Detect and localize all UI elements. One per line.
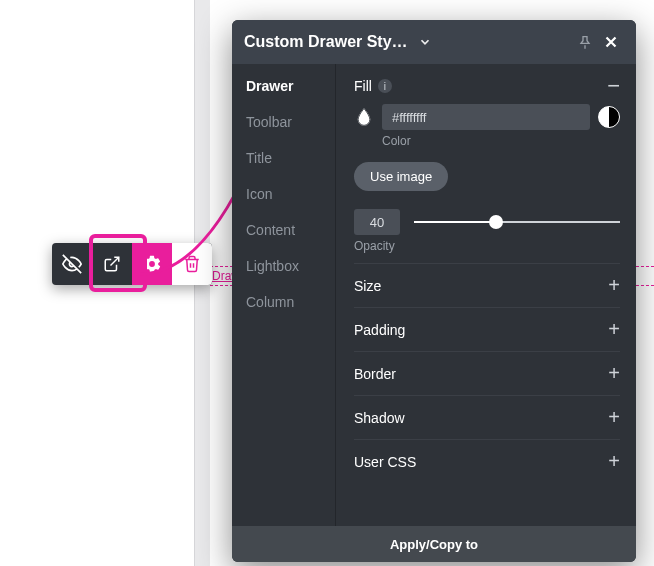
panel-main: Fill i − Color Use image Opaci [336, 64, 636, 526]
plus-icon: + [608, 318, 620, 341]
close-icon [602, 33, 620, 51]
chevron-down-icon [418, 35, 432, 49]
accordion-border[interactable]: Border+ [354, 351, 620, 395]
accordion-label: Shadow [354, 410, 405, 426]
sidebar-item-column[interactable]: Column [232, 294, 335, 310]
sidebar-item-drawer[interactable]: Drawer [232, 78, 335, 94]
accordion-label: Padding [354, 322, 405, 338]
close-button[interactable] [598, 29, 624, 55]
settings-button[interactable] [132, 243, 172, 285]
panel-title-dropdown[interactable] [418, 35, 432, 49]
droplet-icon [354, 106, 374, 128]
open-external-button[interactable] [92, 243, 132, 285]
sidebar-item-content[interactable]: Content [232, 222, 335, 238]
plus-icon: + [608, 450, 620, 473]
accordion-size[interactable]: Size+ [354, 263, 620, 307]
accordion-shadow[interactable]: Shadow+ [354, 395, 620, 439]
accordion-user-css[interactable]: User CSS+ [354, 439, 620, 483]
plus-icon: + [608, 362, 620, 385]
pin-button[interactable] [572, 29, 598, 55]
opacity-slider[interactable] [414, 213, 620, 231]
sidebar-item-toolbar[interactable]: Toolbar [232, 114, 335, 130]
sidebar-item-title[interactable]: Title [232, 150, 335, 166]
plus-icon: + [608, 274, 620, 297]
fill-color-input[interactable] [382, 104, 590, 130]
sidebar-item-icon[interactable]: Icon [232, 186, 335, 202]
use-image-button[interactable]: Use image [354, 162, 448, 191]
contrast-button[interactable] [598, 106, 620, 128]
info-icon[interactable]: i [378, 79, 392, 93]
accordion-label: Size [354, 278, 381, 294]
pin-icon [577, 34, 593, 50]
style-panel: Custom Drawer Sty… DrawerToolbarTitleIco… [232, 20, 636, 562]
opacity-input[interactable] [354, 209, 400, 235]
accordion-label: User CSS [354, 454, 416, 470]
sidebar-item-lightbox[interactable]: Lightbox [232, 258, 335, 274]
fill-color-label: Color [382, 134, 620, 148]
eye-off-icon [62, 254, 82, 274]
element-toolbar [52, 243, 212, 285]
accordion-label: Border [354, 366, 396, 382]
panel-header: Custom Drawer Sty… [232, 20, 636, 64]
plus-icon: + [608, 406, 620, 429]
opacity-label: Opacity [354, 239, 620, 253]
accordion-padding[interactable]: Padding+ [354, 307, 620, 351]
gear-icon [142, 254, 162, 274]
panel-sidebar: DrawerToolbarTitleIconContentLightboxCol… [232, 64, 336, 526]
delete-button[interactable] [172, 243, 212, 285]
fill-section-title: Fill [354, 78, 372, 94]
trash-icon [183, 255, 201, 273]
visibility-toggle-button[interactable] [52, 243, 92, 285]
open-external-icon [103, 255, 121, 273]
panel-title: Custom Drawer Sty… [244, 33, 408, 51]
apply-copy-button[interactable]: Apply/Copy to [232, 526, 636, 562]
